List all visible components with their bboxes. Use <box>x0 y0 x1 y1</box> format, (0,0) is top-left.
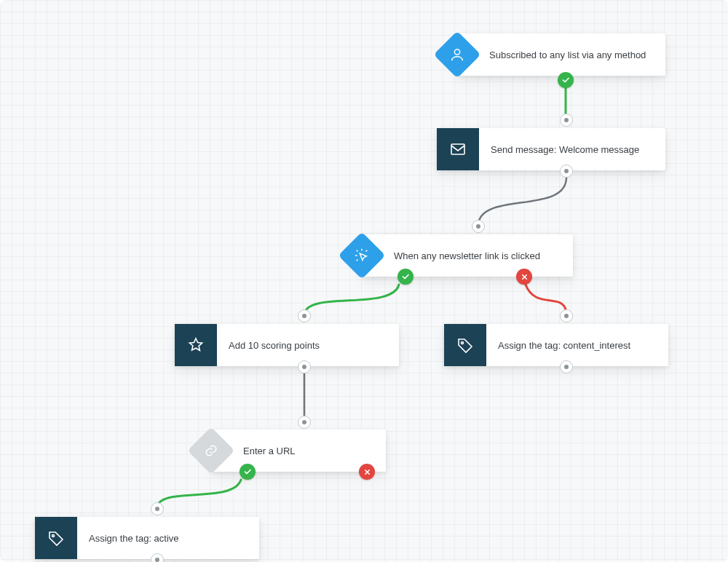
node-label: Assign the tag: content_interest <box>486 340 639 351</box>
node-assign-tag-content-interest[interactable]: Assign the tag: content_interest <box>444 324 668 366</box>
branch-yes-icon <box>558 72 574 88</box>
user-icon <box>433 31 480 78</box>
node-condition-enter-url[interactable]: Enter a URL <box>211 430 386 472</box>
branch-no-icon <box>516 269 532 285</box>
star-icon <box>175 324 217 366</box>
node-label: Add 10 scoring points <box>217 340 328 351</box>
connection-port[interactable] <box>298 360 311 373</box>
connection-port[interactable] <box>560 309 573 322</box>
connection-port[interactable] <box>298 309 311 322</box>
workflow-canvas[interactable]: Subscribed to any list via any method Se… <box>0 0 728 562</box>
svg-point-3 <box>52 535 55 537</box>
node-assign-tag-active[interactable]: Assign the tag: active <box>35 517 259 559</box>
connection-port[interactable] <box>560 165 573 178</box>
tag-icon <box>444 324 486 366</box>
svg-rect-1 <box>451 144 464 154</box>
node-send-welcome[interactable]: Send message: Welcome message <box>437 128 665 170</box>
branch-yes-icon <box>240 464 256 480</box>
node-label: Subscribed to any list via any method <box>457 50 654 60</box>
click-icon <box>338 231 385 279</box>
connection-port[interactable] <box>560 114 573 127</box>
connection-port[interactable] <box>560 360 573 373</box>
svg-point-2 <box>462 342 464 344</box>
connection-port[interactable] <box>472 220 485 233</box>
connection-port[interactable] <box>151 502 164 515</box>
node-trigger-subscribe[interactable]: Subscribed to any list via any method <box>457 33 665 76</box>
tag-icon <box>35 517 77 559</box>
branch-no-icon <box>359 464 375 480</box>
mail-icon <box>437 128 479 170</box>
node-label: Assign the tag: active <box>77 533 188 544</box>
connection-port[interactable] <box>151 553 164 562</box>
node-label: Send message: Welcome message <box>479 144 648 155</box>
connection-port[interactable] <box>298 416 311 429</box>
svg-point-0 <box>454 50 459 55</box>
link-icon <box>187 427 234 474</box>
node-label: When any newsletter link is clicked <box>362 250 549 261</box>
node-add-scoring-points[interactable]: Add 10 scoring points <box>175 324 399 366</box>
branch-yes-icon <box>397 269 414 285</box>
node-condition-link-clicked[interactable]: When any newsletter link is clicked <box>362 234 573 277</box>
